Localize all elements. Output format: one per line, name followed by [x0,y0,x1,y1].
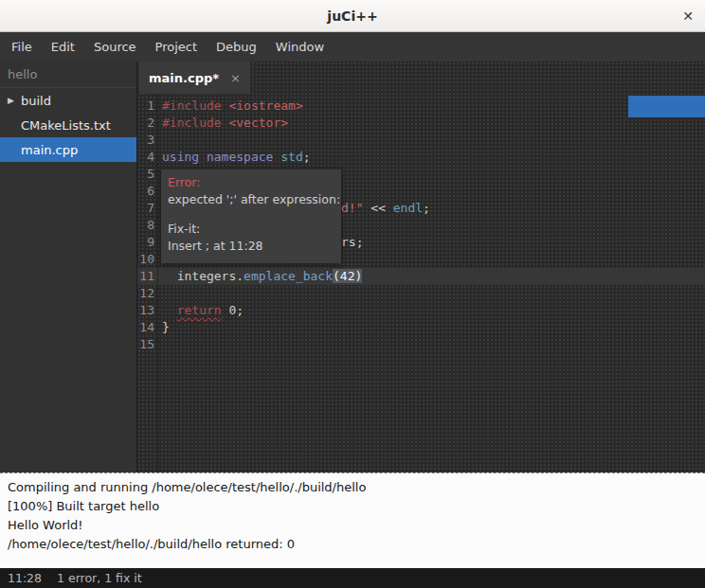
line-number: 5 [137,166,154,183]
line-content: #include <vector> [154,115,705,132]
line-number: 14 [137,319,154,336]
diagnostic-status: 1 error, 1 fix it [57,571,142,585]
status-bar: 11:28 1 error, 1 fix it [0,568,705,588]
menu-edit[interactable]: Edit [42,32,84,62]
code-line-14: 14} [137,319,705,336]
terminal-line: /home/olece/test/hello/./build/hello ret… [8,535,697,554]
tree-item-label: main.cpp [21,143,78,157]
code-line-1: 1#include <iostream> [137,98,705,115]
line-number: 8 [137,217,154,234]
tooltip-fixit-message: Insert ; at 11:28 [168,238,334,255]
line-content: return 0; [154,302,705,319]
window-title: juCi++ [327,9,377,24]
tooltip-error-message: expected ';' after expression: [168,191,334,208]
line-content [154,132,705,149]
line-number: 2 [137,115,154,132]
code-line-2: 2#include <vector> [137,115,705,132]
line-number: 1 [137,98,154,115]
terminal-line: Hello World! [8,516,697,535]
code-line-4: 4using namespace std; [137,149,705,166]
main-area: hello ▶ build CMakeLists.txt main.cpp ma… [0,62,705,472]
tab-bar: main.cpp* × [137,62,705,94]
line-content: #include <iostream> [154,98,705,115]
line-number: 13 [137,302,154,319]
tooltip-error-title: Error: [168,174,334,191]
line-number: 12 [137,285,154,302]
line-number: 15 [137,336,154,353]
file-tree-sidebar: hello ▶ build CMakeLists.txt main.cpp [0,62,137,472]
build-output-terminal[interactable]: Compiling and running /home/olece/test/h… [0,472,705,568]
tab-label: main.cpp* [149,71,219,85]
tree-item-cmakelists[interactable]: CMakeLists.txt [0,113,136,137]
scrollbar-thumb[interactable] [628,96,705,117]
tab-close-icon[interactable]: × [230,71,241,85]
terminal-line: Compiling and running /home/olece/test/h… [8,478,697,497]
menu-file[interactable]: File [2,32,42,62]
line-content: } [154,319,705,336]
line-number: 6 [137,183,154,200]
cursor-position: 11:28 [8,571,42,585]
line-content [154,336,705,353]
line-number: 4 [137,149,154,166]
menu-window[interactable]: Window [266,32,334,62]
expander-triangle-icon[interactable]: ▶ [8,96,21,105]
tooltip-fixit-title: Fix-it: [168,221,334,238]
tree-item-label: build [21,94,51,108]
gutter-border [157,94,158,472]
menubar: File Edit Source Project Debug Window [0,32,705,62]
project-name-header: hello [0,62,136,88]
line-content [154,285,705,302]
code-line-15: 15 [137,336,705,353]
line-number: 3 [137,132,154,149]
line-content: integers.emplace_back(42) [154,268,705,285]
code-line-13: 13 return 0; [137,302,705,319]
code-line-12: 12 [137,285,705,302]
line-number: 9 [137,234,154,251]
line-number: 7 [137,200,154,217]
editor-pane: main.cpp* × 1#include <iostream>2#includ… [137,62,705,472]
tree-item-label: CMakeLists.txt [21,118,111,133]
tab-maincpp[interactable]: main.cpp* × [139,62,250,94]
line-content: using namespace std; [154,149,705,166]
diagnostic-tooltip: Error: expected ';' after expression: Fi… [161,169,341,263]
titlebar: juCi++ ✕ [0,0,705,32]
menu-source[interactable]: Source [84,32,146,62]
code-line-3: 3 [137,132,705,149]
window-close-icon[interactable]: ✕ [682,9,694,23]
tree-item-maincpp[interactable]: main.cpp [0,137,136,162]
line-number: 11 [137,268,154,285]
tooltip-spacer [168,208,334,221]
code-editor[interactable]: 1#include <iostream>2#include <vector>34… [137,94,705,472]
menu-debug[interactable]: Debug [207,32,266,62]
menu-project[interactable]: Project [146,32,207,62]
line-number: 10 [137,251,154,268]
tree-item-build[interactable]: ▶ build [0,88,136,113]
terminal-line: [100%] Built target hello [8,497,697,516]
app-window: juCi++ ✕ File Edit Source Project Debug … [0,0,705,588]
code-line-11: 11 integers.emplace_back(42) [137,268,705,285]
